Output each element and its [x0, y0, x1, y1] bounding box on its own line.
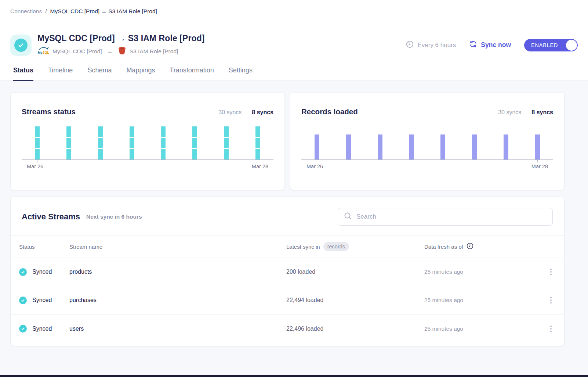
filter-30-syncs[interactable]: 30 syncs — [498, 109, 521, 116]
sync-bar-segment — [130, 138, 134, 148]
stream-row[interactable]: Synced purchases 22,494 loaded 25 minute… — [11, 286, 564, 315]
arrow-icon: → — [107, 48, 113, 55]
sync-bar[interactable] — [378, 134, 382, 159]
sync-bar-segment — [130, 149, 134, 159]
sync-bar-segment — [35, 149, 40, 159]
stream-records: 22,496 loaded — [286, 326, 323, 332]
row-menu-kebab-icon[interactable] — [548, 323, 554, 334]
sync-bar-segment — [409, 134, 414, 159]
stream-search[interactable] — [338, 208, 553, 226]
tab-mappings[interactable]: Mappings — [126, 67, 155, 81]
stream-status: Synced — [32, 326, 52, 332]
window-bottom-edge — [0, 375, 588, 377]
streams-status-title: Streams status — [22, 107, 76, 116]
sync-bar[interactable] — [35, 126, 40, 159]
sync-bar-segment — [472, 134, 477, 159]
col-fresh-label: Data fresh as of — [424, 244, 463, 250]
x-label-end: Mar 28 — [531, 164, 548, 169]
x-tick-end — [258, 160, 258, 162]
stream-status: Synced — [32, 297, 52, 304]
sync-bar-segment — [255, 126, 260, 137]
sync-bar-segment — [161, 149, 166, 159]
sync-bar[interactable] — [130, 126, 134, 159]
sync-bar-segment — [504, 134, 508, 159]
sync-bar-segment — [66, 138, 71, 148]
search-input[interactable] — [356, 213, 547, 220]
sync-bar[interactable] — [440, 134, 445, 159]
stream-name: users — [69, 326, 84, 332]
filter-8-syncs[interactable]: 8 syncs — [531, 109, 553, 116]
tab-transformation[interactable]: Transformation — [170, 67, 214, 81]
connection-status-avatar — [10, 35, 32, 56]
stream-name: purchases — [69, 297, 97, 303]
synced-check-icon — [19, 297, 27, 304]
sync-bar[interactable] — [192, 126, 197, 159]
source-name: MySQL CDC [Prod] — [52, 48, 102, 55]
filter-30-syncs[interactable]: 30 syncs — [218, 109, 242, 116]
sync-now-button[interactable]: Sync now — [469, 40, 511, 50]
synced-check-icon — [19, 325, 27, 333]
enabled-toggle[interactable]: ENABLED — [524, 39, 578, 51]
records-loaded-title: Records loaded — [301, 107, 358, 116]
tab-settings[interactable]: Settings — [229, 67, 253, 81]
schedule-label: Every 6 hours — [417, 42, 456, 49]
s3-bucket-icon — [118, 46, 126, 57]
sync-bar[interactable] — [472, 134, 477, 159]
sync-bar-segment — [98, 126, 103, 137]
col-records-label: Latest sync in — [286, 244, 320, 250]
sync-bar[interactable] — [255, 126, 260, 159]
connection-header: MySQL CDC [Prod] → S3 IAM Role [Prod] My… — [0, 23, 588, 80]
sync-bar-segment — [66, 126, 71, 137]
breadcrumb-connections-link[interactable]: Connections — [10, 8, 42, 15]
x-label-start: Mar 26 — [306, 164, 323, 169]
row-menu-kebab-icon[interactable] — [548, 295, 554, 306]
sync-bar[interactable] — [224, 126, 229, 159]
tab-schema[interactable]: Schema — [87, 67, 112, 81]
sync-bar-segment — [192, 126, 197, 137]
sync-bar-segment — [98, 138, 103, 148]
sync-bar-segment — [98, 149, 103, 159]
clock-icon — [406, 40, 414, 50]
records-unit-badge[interactable]: records — [323, 242, 349, 251]
breadcrumb-separator: / — [45, 8, 47, 15]
sync-bar-segment — [161, 126, 166, 137]
x-tick-start — [37, 160, 37, 162]
tab-timeline[interactable]: Timeline — [48, 67, 73, 81]
sync-bar-segment — [255, 138, 260, 148]
sync-bar[interactable] — [346, 134, 351, 159]
check-circle-icon — [14, 39, 28, 52]
enabled-toggle-label: ENABLED — [531, 42, 558, 48]
connection-tabs: Status Timeline Schema Mappings Transfor… — [10, 67, 578, 80]
svg-text:MySQL: MySQL — [38, 51, 49, 54]
sync-bar[interactable] — [66, 126, 71, 159]
stream-row[interactable]: Synced users 22,496 loaded 25 minutes ag… — [11, 315, 564, 343]
sync-bar-segment — [315, 134, 319, 159]
page-title: MySQL CDC [Prod] → S3 IAM Role [Prod] — [37, 33, 205, 43]
sync-bar-segment — [224, 149, 229, 159]
sync-bar[interactable] — [409, 134, 414, 159]
sync-bar[interactable] — [161, 126, 166, 159]
tab-status[interactable]: Status — [13, 67, 33, 81]
streams-status-chart: Mar 26 Mar 28 — [22, 126, 273, 169]
toggle-knob — [566, 40, 577, 51]
col-name-label: Stream name — [69, 244, 102, 250]
stream-freshness: 25 minutes ago — [424, 297, 463, 304]
col-status-label: Status — [19, 244, 35, 250]
sync-bar[interactable] — [98, 126, 103, 159]
refresh-icon — [469, 40, 477, 50]
row-menu-kebab-icon[interactable] — [548, 266, 554, 277]
destination-name: S3 IAM Role [Prod] — [130, 48, 178, 55]
sync-schedule: Every 6 hours — [406, 40, 456, 50]
sync-bar[interactable] — [504, 134, 508, 159]
filter-8-syncs[interactable]: 8 syncs — [252, 109, 273, 116]
sync-bar-segment — [535, 134, 540, 159]
streams-status-card: Streams status 30 syncs 8 syncs Mar 26 M… — [10, 92, 285, 190]
bars — [301, 126, 553, 159]
stream-row[interactable]: Synced products 200 loaded 25 minutes ag… — [11, 258, 564, 286]
sync-bar[interactable] — [535, 134, 540, 159]
stream-name: products — [69, 269, 92, 275]
mysql-logo-icon: MySQL — [37, 47, 49, 56]
sync-bar-segment — [346, 134, 351, 159]
sync-bar[interactable] — [315, 134, 319, 159]
x-tick-start — [317, 160, 317, 162]
